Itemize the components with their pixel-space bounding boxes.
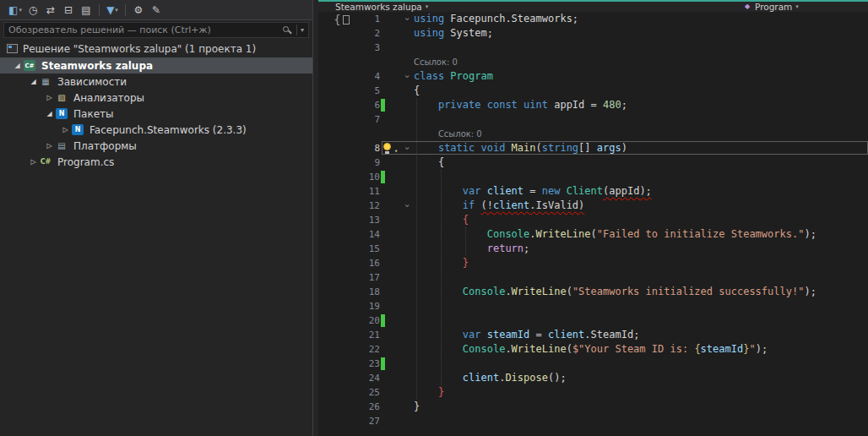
code-text[interactable]: [414, 112, 868, 127]
change-margin: [380, 414, 387, 428]
visual-studio-window: ◧▾◷⇄⊟▤▼▾⚙✎ Обозреватель решений — поиск …: [0, 0, 868, 436]
change-margin: [380, 242, 387, 256]
code-text[interactable]: [414, 299, 868, 313]
tree-item-label: Program.cs: [57, 156, 114, 168]
sync-active-document-icon[interactable]: ⇄: [42, 3, 59, 18]
fold-chevron-icon[interactable]: ›: [404, 199, 410, 213]
code-text[interactable]: {: [414, 213, 868, 227]
solution-search-box[interactable]: Обозреватель решений — поиск (Ctrl+ж): [3, 22, 309, 38]
code-text[interactable]: Console.WriteLine("Failed to initialize …: [414, 227, 868, 242]
tree-item-facepunch-steamworks[interactable]: ▷NFacepunch.Steamworks (2.3.3): [0, 122, 312, 138]
expanded-arrow-icon[interactable]: ◢: [28, 78, 39, 85]
code-text[interactable]: [414, 414, 868, 428]
fold-chevron-icon[interactable]: ›: [404, 141, 410, 155]
change-margin: [380, 127, 387, 141]
change-margin: [380, 199, 387, 213]
code-text[interactable]: Console.WriteLine("Steamworks initialize…: [414, 285, 868, 299]
code-text[interactable]: return;: [414, 242, 868, 256]
search-icon[interactable]: [281, 25, 292, 35]
change-margin: [380, 69, 387, 84]
outlining-margin: [387, 170, 414, 184]
code-text[interactable]: client.Dispose();: [414, 371, 868, 385]
toolbar-separator: [125, 4, 126, 16]
codelens-references[interactable]: Ссылок: 0: [438, 127, 482, 141]
type-dropdown[interactable]: Program: [745, 2, 799, 12]
tree-item-analyzers[interactable]: ▷▧Анализаторы: [0, 90, 312, 106]
project-dropdown[interactable]: Steamworks zalupa: [335, 2, 428, 12]
tree-item-platforms[interactable]: ▷▤Платформы: [0, 138, 312, 154]
outlining-margin: ›: [387, 12, 414, 26]
code-text[interactable]: {: [414, 84, 868, 98]
code-text[interactable]: [414, 41, 868, 55]
code-text[interactable]: using System;: [414, 26, 868, 41]
properties-icon[interactable]: ✎: [148, 3, 165, 18]
show-all-files-icon[interactable]: ▤: [78, 3, 95, 18]
code-text[interactable]: {: [414, 155, 868, 170]
collapsed-arrow-icon[interactable]: ▷: [28, 158, 39, 166]
outlining-margin: [387, 385, 414, 400]
solution-row[interactable]: Решение "Steamworks zalupa" (1 проекта 1…: [0, 41, 312, 57]
line-number: 13: [318, 213, 380, 227]
collapsed-arrow-icon[interactable]: ▷: [44, 142, 55, 150]
code-text[interactable]: }: [414, 400, 868, 414]
wrench-icon[interactable]: ⚙: [130, 3, 147, 18]
fold-chevron-icon[interactable]: ›: [404, 12, 410, 26]
change-margin: [380, 299, 387, 313]
line-number: 15: [318, 242, 380, 256]
line-number: 6: [318, 98, 380, 112]
fold-chevron-icon[interactable]: ›: [404, 69, 410, 84]
collapsed-arrow-icon[interactable]: ▷: [60, 126, 71, 134]
code-text[interactable]: private const uint appId = 480;: [414, 98, 868, 112]
code-text[interactable]: [414, 357, 868, 371]
code-line: 12› if (!client.IsValid): [318, 199, 868, 213]
change-margin: [380, 227, 387, 242]
line-number: 7: [318, 112, 380, 127]
current-line-highlight: [382, 141, 868, 155]
code-text[interactable]: [414, 270, 868, 285]
filter-dropdown-icon[interactable]: ▼▾: [104, 3, 121, 18]
type-dropdown-label: Program: [755, 3, 792, 12]
code-text[interactable]: using Facepunch.Steamworks;: [414, 12, 868, 26]
line-number: 24: [318, 371, 380, 385]
analyzers-icon: ▧: [56, 92, 68, 103]
switch-views-icon[interactable]: ◧▾: [7, 3, 24, 18]
collapsed-arrow-icon[interactable]: ▷: [44, 94, 55, 101]
line-number: 16: [318, 256, 380, 270]
code-text[interactable]: var client = new Client(appId);: [414, 184, 868, 199]
line-number: 3: [318, 41, 380, 55]
pending-changes-icon[interactable]: ◷: [24, 3, 41, 18]
code-text[interactable]: class Program: [414, 69, 868, 84]
code-text[interactable]: [414, 313, 868, 328]
collapse-all-icon[interactable]: ⊟: [60, 3, 77, 18]
code-text[interactable]: if (!client.IsValid): [414, 199, 868, 213]
tree-item-dependencies[interactable]: ◢▦Зависимости: [0, 74, 312, 90]
codelens[interactable]: Ссылок: 0: [414, 55, 868, 69]
expanded-arrow-icon[interactable]: ◢: [12, 62, 23, 69]
code-text[interactable]: var steamId = client.SteamId;: [414, 328, 868, 342]
lightbulb-icon[interactable]: [383, 143, 404, 154]
code-text[interactable]: }: [414, 385, 868, 400]
search-options-chevron-icon[interactable]: [301, 26, 304, 34]
codelens-references[interactable]: Ссылок: 0: [414, 55, 458, 69]
package-icon: N: [72, 124, 84, 135]
code-text[interactable]: Console.WriteLine($"Your Steam ID is: {s…: [414, 342, 868, 357]
code-line: 10: [318, 170, 868, 184]
line-number: 4: [318, 69, 380, 84]
code-text[interactable]: [414, 170, 868, 184]
outlining-margin: [387, 313, 414, 328]
line-number: 10: [318, 170, 380, 184]
outlining-margin: [387, 285, 414, 299]
outlining-margin: [387, 414, 414, 428]
project-dropdown-label: Steamworks zalupa: [335, 3, 422, 12]
tree-item-program-cs[interactable]: ▷C#Program.cs: [0, 154, 312, 170]
code-text[interactable]: }: [414, 256, 868, 270]
solution-label: Решение "Steamworks zalupa" (1 проекта 1…: [23, 43, 256, 55]
change-margin: [380, 385, 387, 400]
tree-item-packages[interactable]: ◢NПакеты: [0, 106, 312, 122]
expanded-arrow-icon[interactable]: ◢: [44, 110, 55, 117]
outlining-margin: [387, 242, 414, 256]
code-line: 7: [318, 112, 868, 127]
codelens[interactable]: Ссылок: 0: [414, 127, 868, 141]
code-line: 3: [318, 41, 868, 55]
tree-item-project[interactable]: ◢C#Steamworks zalupa: [0, 57, 312, 74]
